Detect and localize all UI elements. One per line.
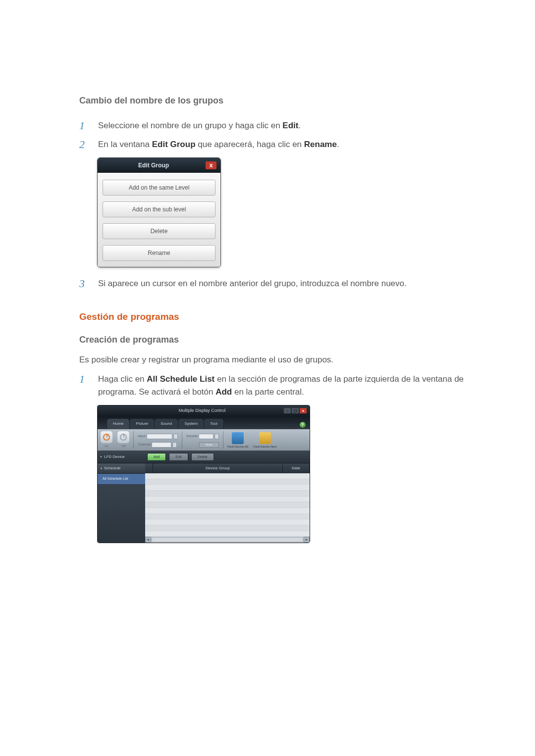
label-on: On [105, 444, 108, 449]
sidebar-all-schedule[interactable]: All Schedule List [98, 474, 145, 485]
chevron-icon: ▸ [101, 454, 102, 459]
dialog-titlebar: Edit Group x [98, 158, 220, 173]
mdc-titlebar: Multiple Display Control – ◻ x [98, 405, 310, 416]
steps-list-schedule: 1 Haga clic en All Schedule List en la s… [79, 373, 476, 398]
step-number: 1 [79, 373, 89, 398]
label-channel: Channel [138, 442, 151, 448]
label-volume: Volume [186, 434, 198, 439]
power-on-button[interactable] [101, 431, 112, 443]
sidebar-schedule[interactable]: ▾ Schedule [98, 463, 145, 474]
fault-alert-label: Fault Device Alert [253, 445, 276, 449]
alert-icon[interactable] [259, 432, 271, 444]
help-icon[interactable]: ? [300, 422, 306, 428]
spinner-icon[interactable] [172, 442, 177, 448]
text: Schedule [104, 465, 120, 471]
power-icon [120, 434, 127, 441]
add-sub-level-button[interactable]: Add on the sub level [103, 202, 215, 217]
step-text: Haga clic en All Schedule List en la sec… [98, 373, 476, 398]
table-row [145, 531, 310, 537]
label-off: Off [121, 444, 125, 449]
th-index [145, 463, 153, 473]
chevron-down-icon: ▾ [101, 466, 102, 471]
mdc-main: Device Group Date ◂ [145, 463, 310, 543]
mdc-ribbon: On Off Input Channel [98, 429, 310, 451]
add-same-level-button[interactable]: Add on the same Level [103, 180, 215, 196]
steps-list-rename: 1 Seleccione el nombre de un grupo y hag… [79, 119, 476, 151]
step-number: 1 [79, 119, 89, 132]
spinner-icon[interactable] [214, 434, 219, 439]
step-text: En la ventana Edit Group que aparecerá, … [98, 138, 476, 151]
th-date: Date [283, 463, 310, 473]
add-button[interactable]: Add [147, 453, 166, 461]
power-icon [103, 434, 110, 441]
rename-button[interactable]: Rename [103, 245, 215, 261]
close-icon[interactable]: x [300, 408, 307, 413]
dialog-title: Edit Group [102, 161, 206, 170]
close-icon[interactable]: x [206, 161, 216, 169]
mdc-window: Multiple Display Control – ◻ x Home Pict… [97, 405, 310, 543]
text: que aparecerá, haga clic en [196, 140, 304, 149]
text: . [337, 140, 339, 149]
heading-programs: Gestión de programas [79, 310, 476, 324]
table-row [145, 514, 310, 520]
input-select[interactable] [147, 434, 172, 439]
delete-button[interactable]: Delete [191, 453, 214, 461]
steps-list-rename-cont: 3 Si aparece un cursor en el nombre ante… [79, 277, 476, 290]
step-text: Seleccione el nombre de un grupo y haga … [98, 119, 476, 132]
bold: Edit Group [152, 140, 196, 149]
table-row [145, 491, 310, 497]
table-row [145, 479, 310, 485]
bold: Add [215, 387, 232, 397]
subsection-title: Creación de programas [79, 333, 476, 347]
horizontal-scrollbar[interactable]: ◂ ▸ [145, 537, 310, 543]
table-row [145, 473, 310, 479]
scroll-right-icon[interactable]: ▸ [304, 537, 310, 543]
mdc-title: Multiple Display Control [120, 407, 284, 414]
mdc-tabs: Home Picture Sound System Tool ? [98, 416, 310, 429]
tab-tool[interactable]: Tool [204, 418, 224, 429]
table-row [145, 485, 310, 491]
text: LFD Device [104, 454, 125, 460]
fault-device-label: Fault Device (0) [227, 445, 248, 449]
label-input: Input [138, 434, 146, 439]
mute-button[interactable]: Mute [199, 442, 219, 448]
section-title: Cambio del nombre de los grupos [79, 94, 476, 107]
text: Seleccione el nombre de un grupo y haga … [98, 121, 282, 130]
tab-sound[interactable]: Sound [154, 418, 178, 429]
table-row [145, 502, 310, 508]
th-device-group: Device Group [153, 463, 283, 473]
scroll-track[interactable] [152, 537, 303, 542]
mdc-toolbar: ▸ LFD Device Add Edit Delete [98, 451, 310, 464]
lfd-device-label[interactable]: ▸ LFD Device [101, 454, 144, 460]
text: en la parte central. [232, 387, 304, 397]
minimize-icon[interactable]: – [284, 408, 291, 413]
delete-button[interactable]: Delete [103, 223, 215, 239]
tab-picture[interactable]: Picture [129, 418, 155, 429]
table-row [145, 497, 310, 503]
scroll-left-icon[interactable]: ◂ [145, 537, 151, 543]
tab-system[interactable]: System [178, 418, 204, 429]
bold: Rename [304, 140, 337, 149]
mdc-sidebar: ▾ Schedule All Schedule List [98, 463, 145, 543]
bold: All Schedule List [147, 374, 214, 384]
dialog-body: Add on the same Level Add on the sub lev… [98, 173, 220, 267]
table-row [145, 519, 310, 525]
edit-group-dialog: Edit Group x Add on the same Level Add o… [97, 157, 221, 267]
edit-button[interactable]: Edit [169, 453, 188, 461]
table-header: Device Group Date [145, 463, 310, 473]
fault-device-icon[interactable] [232, 432, 244, 444]
step-number: 3 [79, 277, 89, 290]
volume-input[interactable] [199, 434, 214, 439]
text: . [298, 121, 301, 130]
dropdown-icon[interactable] [173, 434, 178, 439]
table-row [145, 508, 310, 514]
text: Haga clic en [98, 374, 147, 384]
tab-home[interactable]: Home [107, 418, 130, 429]
intro-text: Es posible crear y registrar un programa… [79, 353, 476, 366]
table-row [145, 525, 310, 531]
bold: Edit [282, 121, 298, 130]
power-off-button[interactable] [117, 431, 129, 443]
maximize-icon[interactable]: ◻ [292, 408, 299, 413]
mdc-body: ▾ Schedule All Schedule List Device Grou… [98, 463, 310, 543]
channel-input[interactable] [152, 442, 171, 448]
